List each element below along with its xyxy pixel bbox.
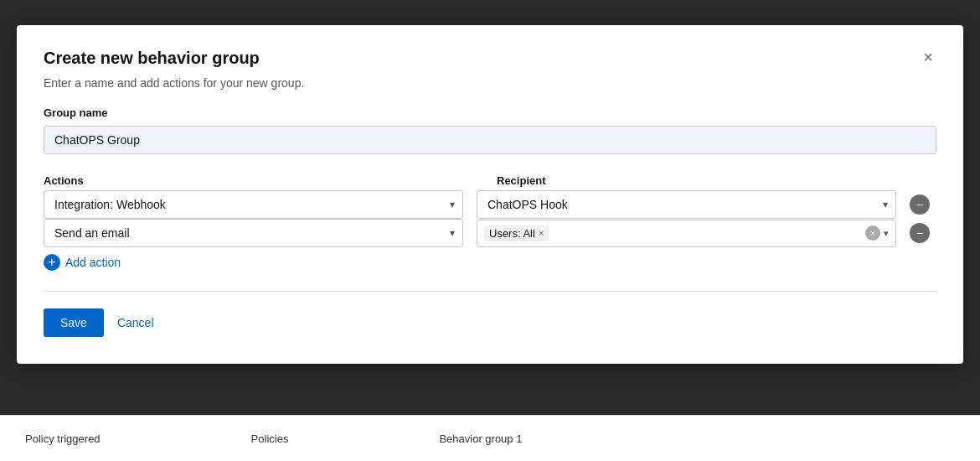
plus-icon: + [48, 256, 55, 269]
modal-dialog: Create new behavior group × Enter a name… [17, 25, 963, 364]
modal-title: Create new behavior group [44, 49, 260, 68]
recipient-tag-text-2: Users: All [489, 227, 535, 240]
cancel-button[interactable]: Cancel [114, 308, 157, 337]
remove-row-2-button[interactable]: − [910, 223, 930, 243]
background-table-row: Policy triggered Policies Behavior group… [25, 433, 522, 445]
add-action-icon: + [44, 254, 60, 271]
action-select-2[interactable]: Send an email Integration: Webhook Send … [44, 219, 463, 247]
actions-col-header: Actions [44, 174, 483, 187]
tag-close-icon-2[interactable]: × [539, 229, 544, 238]
add-action-row[interactable]: + Add action [44, 254, 936, 271]
recipient-tag-field-2[interactable]: Users: All × × ▾ [477, 220, 896, 247]
footer-buttons: Save Cancel [44, 308, 936, 337]
background-table: Policy triggered Policies Behavior group… [0, 415, 980, 461]
bg-event-cell: Policy triggered [25, 433, 101, 445]
modal-header: Create new behavior group × [44, 49, 936, 68]
group-name-label: Group name [44, 106, 936, 119]
remove-row-1-button[interactable]: − [910, 194, 930, 215]
recipient-dropdown-arrow-2[interactable]: ▾ [884, 228, 889, 239]
recipient-col-header: Recipient [497, 174, 936, 187]
recipient-select-1[interactable]: ChatOPS Hook [477, 190, 896, 219]
bg-application-cell: Policies [251, 433, 289, 445]
clear-recipient-button-2[interactable]: × [865, 225, 880, 241]
circle-x-icon-2: × [870, 228, 875, 238]
add-action-label: Add action [65, 256, 121, 269]
action-select-1[interactable]: Integration: Webhook Send an email Send … [44, 190, 463, 219]
bg-behavior-cell: Behavior group 1 [439, 433, 522, 445]
save-button[interactable]: Save [44, 308, 104, 337]
group-name-input[interactable] [44, 126, 936, 154]
recipient-field-actions-2: × ▾ [865, 225, 889, 241]
close-button[interactable]: × [920, 49, 936, 65]
remove-icon-2: − [916, 227, 923, 239]
modal-subtitle: Enter a name and add actions for your ne… [44, 76, 936, 90]
recipient-tag-2: Users: All × [484, 225, 549, 241]
recipient-select-wrapper-1: ChatOPS Hook ▾ [477, 190, 896, 219]
action-row-1: Integration: Webhook Send an email Send … [44, 190, 936, 219]
footer-divider [44, 291, 936, 292]
action-row-2: Send an email Integration: Webhook Send … [44, 219, 936, 247]
action-select-wrapper-2: Send an email Integration: Webhook Send … [44, 219, 463, 247]
actions-columns-header: Actions Recipient [44, 174, 936, 187]
action-select-wrapper-1: Integration: Webhook Send an email Send … [44, 190, 463, 219]
remove-icon-1: − [916, 199, 923, 210]
